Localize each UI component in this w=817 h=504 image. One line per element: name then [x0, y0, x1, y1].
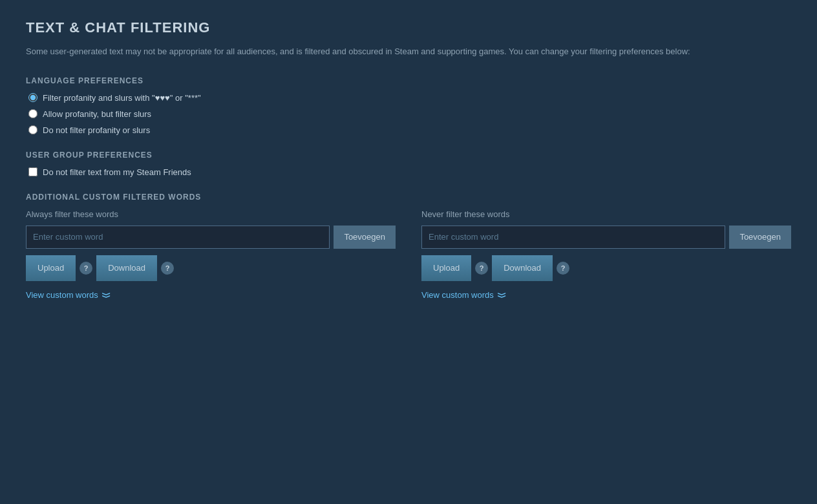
filter-slurs-option[interactable]: Allow profanity, but filter slurs — [28, 109, 791, 119]
no-filter-label: Do not filter profanity or slurs — [43, 125, 150, 135]
no-filter-friends-option[interactable]: Do not filter text from my Steam Friends — [28, 167, 791, 177]
never-filter-column: Never filter these words Toevoegen Uploa… — [421, 209, 791, 300]
never-filter-chevron-icon: ❯❯ — [498, 292, 507, 297]
filter-all-option[interactable]: Filter profanity and slurs with "♥♥♥" or… — [28, 93, 791, 103]
always-filter-view-link[interactable]: View custom words ❯❯ — [26, 290, 396, 300]
always-filter-chevron-icon: ❯❯ — [102, 292, 111, 297]
no-filter-friends-label: Do not filter text from my Steam Friends — [43, 167, 191, 177]
upload-help-icon[interactable]: ? — [80, 262, 92, 275]
always-filter-view-label: View custom words — [26, 290, 98, 300]
always-filter-input[interactable] — [26, 226, 330, 249]
page-description: Some user-generated text may not be appr… — [26, 45, 791, 58]
never-upload-help-icon[interactable]: ? — [475, 262, 488, 275]
never-filter-input-row: Toevoegen — [421, 226, 791, 249]
never-filter-action-row: Upload ? Download ? — [421, 255, 791, 281]
filter-slurs-label: Allow profanity, but filter slurs — [43, 109, 151, 119]
never-download-help-icon[interactable]: ? — [557, 262, 569, 275]
custom-words-columns: Always filter these words Toevoegen Uplo… — [26, 209, 791, 300]
always-filter-download-button[interactable]: Download — [96, 255, 157, 281]
no-filter-option[interactable]: Do not filter profanity or slurs — [28, 125, 791, 135]
always-filter-input-row: Toevoegen — [26, 226, 396, 249]
filter-all-label: Filter profanity and slurs with "♥♥♥" or… — [43, 93, 201, 103]
never-filter-upload-button[interactable]: Upload — [421, 255, 471, 281]
always-filter-add-button[interactable]: Toevoegen — [334, 226, 396, 249]
main-container: TEXT & CHAT FILTERING Some user-generate… — [0, 0, 817, 504]
language-radio-group: Filter profanity and slurs with "♥♥♥" or… — [28, 93, 791, 135]
download-help-icon[interactable]: ? — [161, 262, 174, 275]
language-preferences-title: LANGUAGE PREFERENCES — [26, 76, 791, 85]
custom-words-section: ADDITIONAL CUSTOM FILTERED WORDS Always … — [26, 193, 791, 300]
no-filter-friends-checkbox[interactable] — [28, 167, 37, 176]
language-preferences-section: LANGUAGE PREFERENCES Filter profanity an… — [26, 76, 791, 135]
no-filter-radio[interactable] — [28, 125, 37, 134]
never-filter-view-label: View custom words — [421, 290, 494, 300]
never-filter-view-link[interactable]: View custom words ❯❯ — [421, 290, 791, 300]
never-filter-add-button[interactable]: Toevoegen — [729, 226, 791, 249]
user-group-preferences-section: USER GROUP PREFERENCES Do not filter tex… — [26, 151, 791, 177]
filter-all-radio[interactable] — [28, 93, 37, 102]
filter-slurs-radio[interactable] — [28, 109, 37, 118]
page-title: TEXT & CHAT FILTERING — [26, 19, 791, 36]
never-filter-download-button[interactable]: Download — [492, 255, 553, 281]
user-group-preferences-title: USER GROUP PREFERENCES — [26, 151, 791, 160]
custom-words-title: ADDITIONAL CUSTOM FILTERED WORDS — [26, 193, 791, 202]
always-filter-column: Always filter these words Toevoegen Uplo… — [26, 209, 396, 300]
always-filter-action-row: Upload ? Download ? — [26, 255, 396, 281]
always-filter-upload-button[interactable]: Upload — [26, 255, 76, 281]
never-filter-label: Never filter these words — [421, 209, 791, 219]
never-filter-input[interactable] — [421, 226, 725, 249]
always-filter-label: Always filter these words — [26, 209, 396, 219]
